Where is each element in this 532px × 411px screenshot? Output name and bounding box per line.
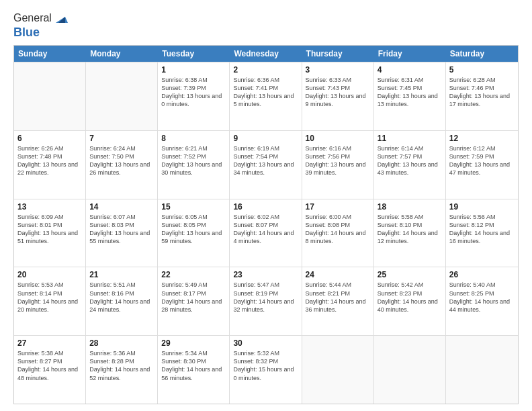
- day-cell-29: 29Sunrise: 5:34 AM Sunset: 8:30 PM Dayli…: [158, 336, 230, 404]
- cell-details: Sunrise: 5:40 AM Sunset: 8:25 PM Dayligh…: [449, 281, 515, 314]
- day-number: 5: [449, 65, 515, 75]
- cell-details: Sunrise: 5:42 AM Sunset: 8:23 PM Dayligh…: [378, 281, 442, 314]
- cell-details: Sunrise: 5:38 AM Sunset: 8:27 PM Dayligh…: [17, 349, 82, 382]
- day-cell-8: 8Sunrise: 6:21 AM Sunset: 7:52 PM Daylig…: [158, 131, 230, 199]
- empty-cell: [14, 62, 86, 130]
- day-cell-18: 18Sunrise: 5:58 AM Sunset: 8:10 PM Dayli…: [374, 199, 446, 267]
- day-number: 12: [449, 134, 515, 143]
- day-cell-4: 4Sunrise: 6:31 AM Sunset: 7:45 PM Daylig…: [374, 62, 446, 130]
- header-cell-friday: Friday: [374, 46, 446, 62]
- day-cell-16: 16Sunrise: 6:02 AM Sunset: 8:07 PM Dayli…: [230, 199, 302, 267]
- header-cell-thursday: Thursday: [302, 46, 374, 62]
- day-cell-6: 6Sunrise: 6:26 AM Sunset: 7:48 PM Daylig…: [14, 131, 86, 199]
- page: General Blue SundayMondayTuesdayWednesda…: [0, 0, 532, 411]
- day-number: 23: [233, 270, 298, 279]
- cell-details: Sunrise: 5:49 AM Sunset: 8:17 PM Dayligh…: [161, 281, 226, 314]
- cell-details: Sunrise: 6:02 AM Sunset: 8:07 PM Dayligh…: [233, 213, 298, 246]
- day-number: 28: [89, 338, 154, 348]
- cell-details: Sunrise: 5:51 AM Sunset: 8:16 PM Dayligh…: [89, 281, 154, 314]
- svg-marker-1: [58, 17, 65, 23]
- day-cell-10: 10Sunrise: 6:16 AM Sunset: 7:56 PM Dayli…: [302, 131, 374, 199]
- cell-details: Sunrise: 5:44 AM Sunset: 8:21 PM Dayligh…: [306, 281, 370, 314]
- day-cell-2: 2Sunrise: 6:36 AM Sunset: 7:41 PM Daylig…: [230, 62, 302, 130]
- empty-cell: [302, 336, 374, 404]
- cell-details: Sunrise: 6:14 AM Sunset: 7:57 PM Dayligh…: [378, 144, 442, 177]
- day-cell-19: 19Sunrise: 5:56 AM Sunset: 8:12 PM Dayli…: [446, 199, 518, 267]
- day-number: 25: [378, 270, 442, 279]
- day-number: 18: [378, 202, 442, 212]
- day-number: 2: [233, 65, 298, 75]
- calendar-row-2: 6Sunrise: 6:26 AM Sunset: 7:48 PM Daylig…: [14, 130, 518, 199]
- cell-details: Sunrise: 6:36 AM Sunset: 7:41 PM Dayligh…: [233, 76, 298, 109]
- calendar-row-1: 1Sunrise: 6:38 AM Sunset: 7:39 PM Daylig…: [14, 62, 518, 130]
- logo-icon: [53, 11, 68, 26]
- day-cell-24: 24Sunrise: 5:44 AM Sunset: 8:21 PM Dayli…: [302, 267, 374, 335]
- day-number: 19: [449, 202, 515, 212]
- cell-details: Sunrise: 6:05 AM Sunset: 8:05 PM Dayligh…: [161, 213, 226, 246]
- day-number: 10: [306, 134, 370, 143]
- day-cell-11: 11Sunrise: 6:14 AM Sunset: 7:57 PM Dayli…: [374, 131, 446, 199]
- cell-details: Sunrise: 6:28 AM Sunset: 7:46 PM Dayligh…: [449, 76, 515, 109]
- day-cell-27: 27Sunrise: 5:38 AM Sunset: 8:27 PM Dayli…: [14, 336, 86, 404]
- cell-details: Sunrise: 6:07 AM Sunset: 8:03 PM Dayligh…: [89, 213, 154, 246]
- cell-details: Sunrise: 5:58 AM Sunset: 8:10 PM Dayligh…: [378, 213, 442, 246]
- empty-cell: [374, 336, 446, 404]
- day-cell-23: 23Sunrise: 5:47 AM Sunset: 8:19 PM Dayli…: [230, 267, 302, 335]
- day-number: 27: [17, 338, 82, 348]
- cell-details: Sunrise: 5:53 AM Sunset: 8:14 PM Dayligh…: [17, 281, 82, 314]
- calendar-row-5: 27Sunrise: 5:38 AM Sunset: 8:27 PM Dayli…: [14, 335, 518, 404]
- calendar-row-4: 20Sunrise: 5:53 AM Sunset: 8:14 PM Dayli…: [14, 267, 518, 335]
- day-number: 17: [306, 202, 370, 212]
- day-number: 7: [89, 134, 154, 143]
- day-cell-25: 25Sunrise: 5:42 AM Sunset: 8:23 PM Dayli…: [374, 267, 446, 335]
- empty-cell: [446, 336, 518, 404]
- day-number: 14: [89, 202, 154, 212]
- calendar-row-3: 13Sunrise: 6:09 AM Sunset: 8:01 PM Dayli…: [14, 199, 518, 267]
- cell-details: Sunrise: 6:38 AM Sunset: 7:39 PM Dayligh…: [161, 76, 226, 109]
- day-number: 8: [161, 134, 226, 143]
- cell-details: Sunrise: 5:56 AM Sunset: 8:12 PM Dayligh…: [449, 213, 515, 246]
- cell-details: Sunrise: 6:31 AM Sunset: 7:45 PM Dayligh…: [378, 76, 442, 109]
- header: General Blue: [13, 11, 519, 40]
- cell-details: Sunrise: 6:21 AM Sunset: 7:52 PM Dayligh…: [161, 144, 226, 177]
- day-number: 9: [233, 134, 298, 143]
- cell-details: Sunrise: 6:00 AM Sunset: 8:08 PM Dayligh…: [306, 213, 370, 246]
- cell-details: Sunrise: 5:34 AM Sunset: 8:30 PM Dayligh…: [161, 349, 226, 382]
- logo: General Blue: [13, 11, 68, 40]
- day-cell-26: 26Sunrise: 5:40 AM Sunset: 8:25 PM Dayli…: [446, 267, 518, 335]
- header-cell-tuesday: Tuesday: [158, 46, 230, 62]
- day-cell-12: 12Sunrise: 6:12 AM Sunset: 7:59 PM Dayli…: [446, 131, 518, 199]
- cell-details: Sunrise: 6:19 AM Sunset: 7:54 PM Dayligh…: [233, 144, 298, 177]
- calendar-body: 1Sunrise: 6:38 AM Sunset: 7:39 PM Daylig…: [14, 62, 518, 404]
- cell-details: Sunrise: 6:16 AM Sunset: 7:56 PM Dayligh…: [306, 144, 370, 177]
- day-cell-17: 17Sunrise: 6:00 AM Sunset: 8:08 PM Dayli…: [302, 199, 374, 267]
- day-cell-1: 1Sunrise: 6:38 AM Sunset: 7:39 PM Daylig…: [158, 62, 230, 130]
- day-cell-13: 13Sunrise: 6:09 AM Sunset: 8:01 PM Dayli…: [14, 199, 86, 267]
- header-cell-monday: Monday: [86, 46, 158, 62]
- calendar: SundayMondayTuesdayWednesdayThursdayFrid…: [13, 45, 519, 404]
- day-cell-15: 15Sunrise: 6:05 AM Sunset: 8:05 PM Dayli…: [158, 199, 230, 267]
- day-number: 24: [306, 270, 370, 279]
- day-number: 15: [161, 202, 226, 212]
- cell-details: Sunrise: 5:32 AM Sunset: 8:32 PM Dayligh…: [233, 349, 298, 382]
- day-cell-5: 5Sunrise: 6:28 AM Sunset: 7:46 PM Daylig…: [446, 62, 518, 130]
- day-number: 3: [306, 65, 370, 75]
- logo-blue-text: Blue: [13, 26, 68, 40]
- day-cell-22: 22Sunrise: 5:49 AM Sunset: 8:17 PM Dayli…: [158, 267, 230, 335]
- header-cell-saturday: Saturday: [446, 46, 518, 62]
- day-number: 29: [161, 338, 226, 348]
- day-number: 20: [17, 270, 82, 279]
- day-number: 30: [233, 338, 298, 348]
- cell-details: Sunrise: 6:12 AM Sunset: 7:59 PM Dayligh…: [449, 144, 515, 177]
- cell-details: Sunrise: 5:47 AM Sunset: 8:19 PM Dayligh…: [233, 281, 298, 314]
- day-cell-28: 28Sunrise: 5:36 AM Sunset: 8:28 PM Dayli…: [86, 336, 158, 404]
- day-number: 4: [378, 65, 442, 75]
- day-cell-20: 20Sunrise: 5:53 AM Sunset: 8:14 PM Dayli…: [14, 267, 86, 335]
- day-number: 13: [17, 202, 82, 212]
- day-number: 1: [161, 65, 226, 75]
- day-cell-30: 30Sunrise: 5:32 AM Sunset: 8:32 PM Dayli…: [230, 336, 302, 404]
- day-cell-14: 14Sunrise: 6:07 AM Sunset: 8:03 PM Dayli…: [86, 199, 158, 267]
- logo-general-text: General: [13, 12, 52, 24]
- cell-details: Sunrise: 6:33 AM Sunset: 7:43 PM Dayligh…: [306, 76, 370, 109]
- day-number: 16: [233, 202, 298, 212]
